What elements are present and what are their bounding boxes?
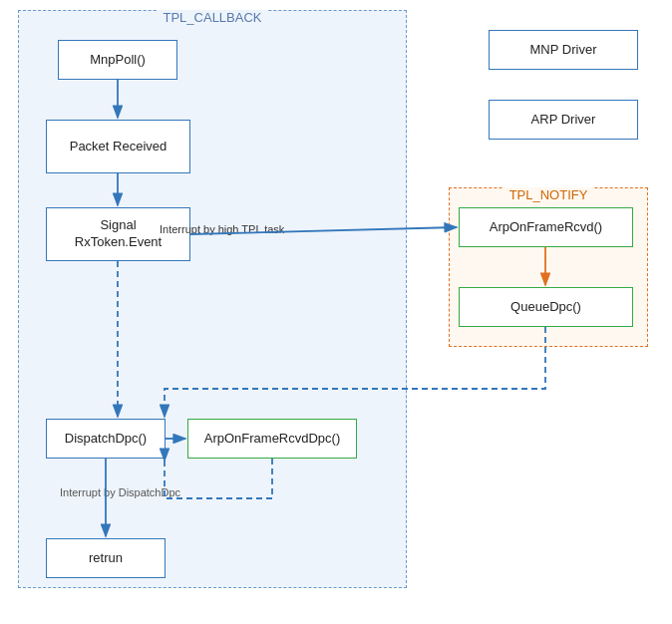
- queue-dpc-box: QueueDpc(): [459, 287, 633, 327]
- mnppoll-box: MnpPoll(): [58, 40, 177, 80]
- mnp-driver-box: MNP Driver: [489, 30, 638, 70]
- arp-driver-box: ARP Driver: [489, 100, 638, 140]
- dispatch-dpc-box: DispatchDpc(): [46, 419, 166, 459]
- tpl-notify-label: TPL_NOTIFY: [504, 187, 594, 202]
- arp-on-frame-rcvd-dpc-box: ArpOnFrameRcvdDpc(): [187, 419, 357, 459]
- interrupt-dispatch-label: Interrupt by DispatchDpc: [60, 486, 180, 498]
- retrun-box: retrun: [46, 538, 166, 578]
- interrupt-high-tpl-label: Interrupt by high TPL task: [160, 223, 284, 235]
- packet-received-box: Packet Received: [46, 120, 190, 173]
- diagram: TPL_CALLBACK TPL_NOTIFY MNP Driver ARP D…: [0, 0, 672, 624]
- arp-on-frame-rcvd-box: ArpOnFrameRcvd(): [459, 207, 633, 247]
- tpl-callback-region: TPL_CALLBACK: [18, 10, 407, 588]
- tpl-callback-label: TPL_CALLBACK: [158, 10, 268, 25]
